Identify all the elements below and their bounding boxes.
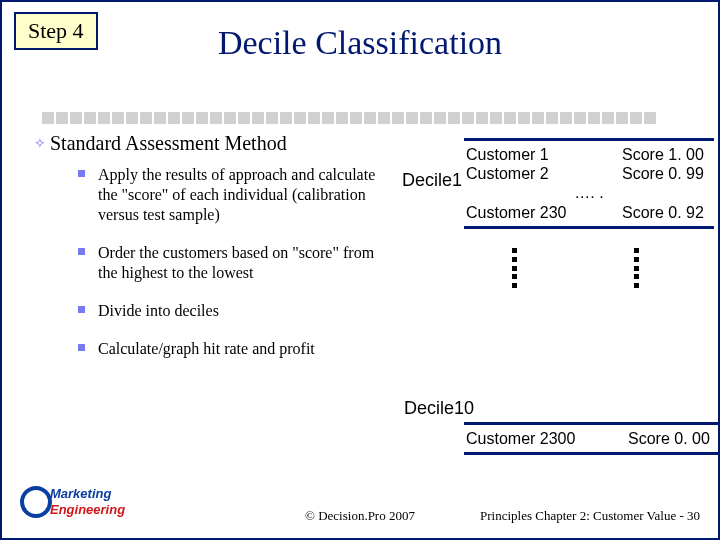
table-row: Customer 2300 Score 0. 00 <box>466 429 718 448</box>
score-cell: Score 0. 00 <box>628 429 718 448</box>
customer-cell: Customer 2 <box>466 164 622 183</box>
divider <box>42 112 698 124</box>
decile10-box: Customer 2300 Score 0. 00 <box>464 422 720 455</box>
table-row: Customer 1 Score 1. 00 <box>466 145 712 164</box>
score-cell: Score 0. 99 <box>622 164 712 183</box>
bullet-item: Apply the results of approach and calcul… <box>78 165 390 225</box>
bullet-list: Apply the results of approach and calcul… <box>50 165 390 359</box>
decile1-label: Decile1 <box>402 170 462 191</box>
table-row: Customer 230 Score 0. 92 <box>466 203 712 222</box>
dots-icon <box>512 248 518 288</box>
section-heading: Standard Assessment Method <box>50 132 390 155</box>
bullet-item: Divide into deciles <box>78 301 390 321</box>
decile10-label: Decile10 <box>404 398 474 419</box>
footer-page-info: Principles Chapter 2: Customer Value - 3… <box>480 508 700 524</box>
slide-title: Decile Classification <box>2 24 718 62</box>
vertical-ellipsis-zone <box>464 248 710 298</box>
slide: Step 4 Decile Classification Standard As… <box>0 0 720 540</box>
customer-cell: Customer 230 <box>466 203 622 222</box>
ellipsis-cell: …. . <box>574 183 603 202</box>
decile1-box: Customer 1 Score 1. 00 Customer 2 Score … <box>464 138 714 229</box>
table-row: …. . <box>466 183 712 202</box>
logo-text-1: Marketing <box>50 486 111 501</box>
customer-cell: Customer 1 <box>466 145 622 164</box>
bullet-item: Calculate/graph hit rate and profit <box>78 339 390 359</box>
dots-icon <box>634 248 640 288</box>
score-cell: Score 0. 92 <box>622 203 712 222</box>
bullet-item: Order the customers based on "score" fro… <box>78 243 390 283</box>
customer-cell: Customer 2300 <box>466 429 628 448</box>
content-block: Standard Assessment Method Apply the res… <box>50 132 390 377</box>
score-cell: Score 1. 00 <box>622 145 712 164</box>
table-row: Customer 2 Score 0. 99 <box>466 164 712 183</box>
